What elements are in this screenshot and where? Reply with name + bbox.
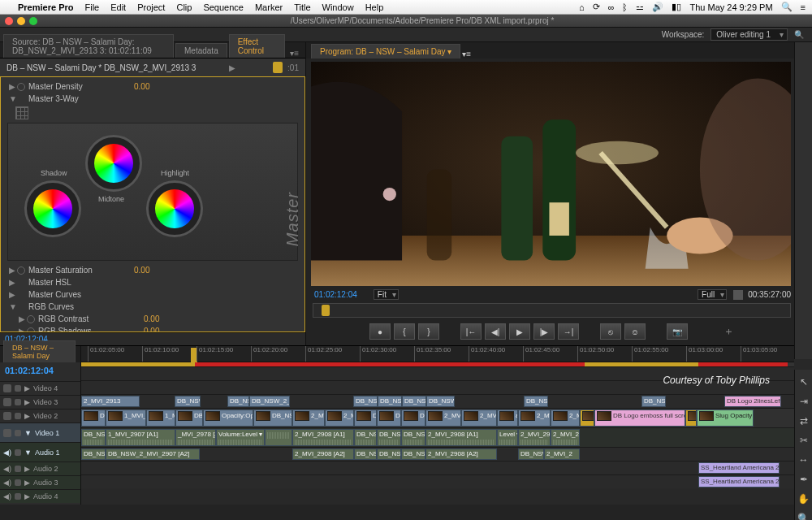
- clip[interactable]: DB_NSW: [401, 429, 425, 446]
- clip[interactable]: Slug Opacity:Opacity ▾: [697, 410, 754, 427]
- clip[interactable]: 2_MVI_2: [544, 448, 580, 460]
- tab-source[interactable]: Source: DB – NSW – Salami Day: DB_NSW_2_…: [3, 34, 174, 58]
- clip[interactable]: DB_NS: [81, 410, 106, 427]
- track-a1[interactable]: DB_NS1_MVI_2907 [A1]_MVI_2978 [A1]Volume…: [81, 427, 794, 447]
- track-header-a4[interactable]: ◀)▶ Audio 4: [0, 489, 80, 503]
- clip[interactable]: DB_NSW_2: [524, 396, 548, 407]
- clip[interactable]: DB_NSW_2_MVI_29:: [249, 396, 290, 407]
- dropbox-icon[interactable]: ⌂: [579, 2, 585, 12]
- grid-icon[interactable]: [15, 106, 28, 119]
- clip[interactable]: 2_MVI_2908: [292, 410, 325, 427]
- menu-marker[interactable]: Marker: [255, 2, 283, 12]
- track-header-a2[interactable]: ◀)▶ Audio 2: [0, 462, 80, 475]
- track-v2[interactable]: 2_MVI_2913DB_NSWDB_NSWDB_NSW_2_MVI_29:DB…: [81, 394, 794, 408]
- clip[interactable]: DB_NSW: [377, 429, 401, 446]
- clip[interactable]: DB_NSW_2: [402, 396, 426, 407]
- tab-metadata[interactable]: Metadata: [175, 43, 227, 58]
- track-v1[interactable]: DB_NS1_MVI_29071_MVI_2907DB_NSW_2_MOpaci…: [81, 408, 794, 427]
- clip[interactable]: DB_NSW: [227, 396, 249, 407]
- midtone-wheel[interactable]: Midtone: [85, 135, 142, 192]
- slip-tool-icon[interactable]: ↔: [799, 454, 809, 466]
- track-header-a1[interactable]: ◀)▼ Audio 1: [0, 442, 80, 462]
- tab-program[interactable]: Program: DB – NSW – Salami Day ▾: [311, 44, 460, 58]
- clip[interactable]: Level ▾: [497, 429, 518, 446]
- selection-tool-icon[interactable]: ↖: [800, 376, 808, 388]
- step-fwd-button[interactable]: |▶: [533, 323, 555, 340]
- clip[interactable]: DB_NSW_2_M: [401, 448, 425, 460]
- panel-menu-icon[interactable]: ▾≡: [287, 49, 302, 58]
- zoom-fit-select[interactable]: Fit: [374, 289, 399, 300]
- spotlight-icon[interactable]: 🔍: [781, 2, 793, 12]
- menu-help[interactable]: Help: [365, 2, 384, 12]
- shadow-wheel[interactable]: Shadow: [24, 180, 81, 237]
- clip[interactable]: DB_NSW: [354, 448, 377, 460]
- track-a3[interactable]: SS_Heartland Americana 2: [81, 461, 794, 474]
- fx-master-density-value[interactable]: 0.00: [134, 82, 149, 91]
- clip[interactable]: DB_NSW: [401, 410, 425, 427]
- track-header-v3[interactable]: ▶ Video 3: [0, 395, 80, 409]
- program-scrub-bar[interactable]: [313, 303, 791, 318]
- clip[interactable]: DB_NS: [81, 429, 106, 446]
- menu-sequence[interactable]: Sequence: [203, 2, 244, 12]
- close-icon[interactable]: [5, 17, 13, 25]
- fx-master-3way[interactable]: Master 3-Way: [28, 94, 134, 103]
- track-header-a3[interactable]: ◀)▶ Audio 3: [0, 475, 80, 489]
- program-tc-left[interactable]: 01:02:12:04: [314, 290, 357, 299]
- clip[interactable]: 2_MVI_2908 [A2]: [292, 448, 354, 460]
- clip[interactable]: SS_Heartland Americana 2: [698, 476, 780, 488]
- add-marker-button[interactable]: ●: [369, 323, 391, 340]
- clip[interactable]: DB_NSW: [354, 429, 377, 446]
- workspace-select[interactable]: Oliver editing 1: [710, 28, 788, 41]
- clip[interactable]: DB Logo emboss full screen.jpg ▾: [594, 410, 685, 427]
- fx-rgb-shadows-value[interactable]: 0.00: [144, 327, 159, 332]
- clip[interactable]: 2_MVI_2908 [A1]: [425, 429, 497, 446]
- fx-rgb-contrast-value[interactable]: 0.00: [144, 314, 159, 323]
- app-menu[interactable]: Premiere Pro: [18, 2, 73, 12]
- clip[interactable]: DB_NSW_2_MVI_2907 [A2]: [106, 448, 200, 460]
- lift-button[interactable]: ⎋: [600, 323, 621, 340]
- clip[interactable]: 2_MVI_2908: [461, 410, 497, 427]
- track-a4[interactable]: SS_Heartland Americana 2: [81, 474, 794, 488]
- bluetooth-icon[interactable]: ᛒ: [622, 2, 628, 12]
- menu-edit[interactable]: Edit: [110, 2, 126, 12]
- notifications-icon[interactable]: ≡: [801, 2, 806, 12]
- clip[interactable]: DB_NSW_2: [253, 410, 292, 427]
- clip[interactable]: 2_MVI_29: [551, 410, 580, 427]
- clip[interactable]: DB_NSW_2_M: [175, 410, 203, 427]
- link-icon[interactable]: ∞: [608, 2, 615, 12]
- clip[interactable]: 2_MVI_2909: [518, 429, 551, 446]
- clip[interactable]: DB_NSW: [377, 410, 401, 427]
- wrench-icon[interactable]: [733, 290, 743, 300]
- menu-clip[interactable]: Clip: [176, 2, 192, 12]
- zoom-tool-icon[interactable]: 🔍: [797, 513, 810, 520]
- menu-window[interactable]: Window: [322, 2, 354, 12]
- clock[interactable]: Thu May 24 9:29 PM: [689, 2, 772, 12]
- clip[interactable]: 2_MVI_29: [551, 429, 580, 446]
- clip[interactable]: Crc: [580, 410, 594, 427]
- fx-master-sat-value[interactable]: 0.00: [134, 266, 149, 275]
- playhead-icon[interactable]: [322, 305, 330, 316]
- clip[interactable]: 2_MVI_2908: [425, 410, 461, 427]
- clip[interactable]: DB_NSW: [353, 396, 378, 407]
- razor-tool-icon[interactable]: ✂: [800, 435, 808, 446]
- volume-icon[interactable]: 🔊: [652, 2, 663, 12]
- extract-button[interactable]: ⎊: [624, 323, 646, 340]
- minimize-icon[interactable]: [17, 17, 25, 25]
- clip[interactable]: DB_NSW_2: [641, 396, 666, 407]
- highlight-wheel[interactable]: Highlight: [146, 180, 203, 237]
- step-back-button[interactable]: ◀|: [485, 323, 506, 340]
- clip[interactable]: 2_MVI_2908 [A2]: [425, 448, 497, 460]
- clip[interactable]: 2_MVI_2908 [A1]: [292, 429, 354, 446]
- time-ruler[interactable]: 01:02:05:0001:02:10:0001:02:15:0001:02:2…: [81, 346, 794, 362]
- clip[interactable]: Volume:Level ▾: [216, 429, 265, 446]
- menu-title[interactable]: Title: [294, 2, 310, 12]
- fx-rgb-curves[interactable]: RGB Curves: [28, 302, 74, 311]
- clip[interactable]: 2_MVI_2913: [81, 396, 140, 407]
- fx-master-hsl[interactable]: Master HSL: [28, 278, 71, 287]
- clip[interactable]: acity ▾: [497, 410, 518, 427]
- sync-icon[interactable]: ⟳: [593, 2, 600, 12]
- resolution-select[interactable]: Full: [698, 289, 727, 300]
- program-monitor-viewport[interactable]: [311, 62, 791, 286]
- goto-in-button[interactable]: |←: [460, 323, 482, 340]
- clip[interactable]: 2_MVI_2908: [325, 410, 354, 427]
